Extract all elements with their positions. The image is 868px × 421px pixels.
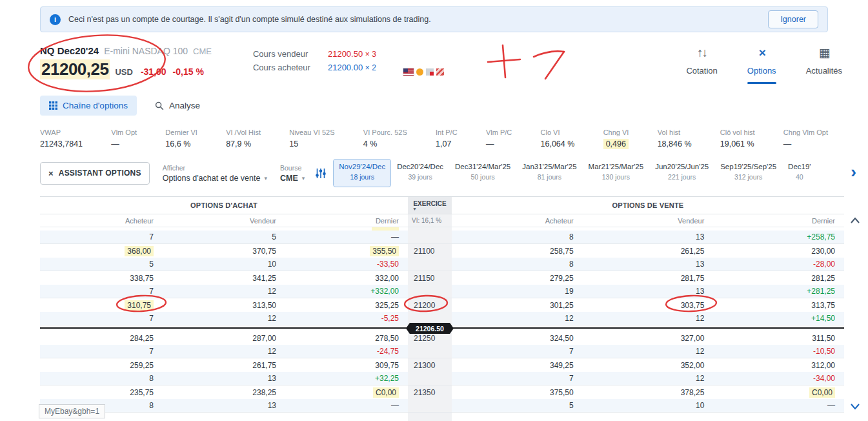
col-header-put-dernier[interactable]: Dernier (713, 214, 844, 227)
put-bid-size: 7 (452, 347, 583, 356)
expiry-label: Sep19'25/Sep'25 (720, 163, 776, 170)
expiry-tab[interactable]: Mar21'25/Mar'25130 jours (583, 159, 650, 187)
scroll-down-button[interactable] (851, 400, 860, 412)
exchange-dropdown[interactable]: Bourse CME ▾ (280, 164, 305, 183)
call-bid-price: 259,25 (40, 361, 163, 370)
nav-item-label: Cotation (686, 66, 717, 76)
call-change: -5,25 (285, 314, 408, 323)
option-row-21350[interactable]: 235,75238,25C0,0021350375,50378,25C0,008… (40, 385, 844, 413)
bid-ask-quotes: Cours vendeur 21200.50 × 3 Cours acheteu… (253, 49, 376, 76)
assistant-label: ASSISTANT OPTIONS (59, 169, 141, 178)
info-icon: i (50, 14, 61, 25)
put-ask-size: 13 (583, 232, 714, 241)
expiry-tab[interactable]: Jan31'25/Mar'2581 jours (516, 159, 582, 187)
tab-label: Chaîne d'options (63, 101, 128, 110)
put-ask-size: 12 (583, 374, 714, 383)
expiry-days: 312 jours (720, 173, 776, 181)
put-ask-price: 327,00 (583, 334, 714, 343)
col-header-put-vendeur[interactable]: Vendeur (583, 214, 714, 227)
call-ask-size: 10 (163, 260, 285, 269)
chevron-down-icon: ▾ (264, 175, 267, 181)
nav-item-options[interactable]: ×Options (747, 46, 776, 84)
tab-chaine-options[interactable]: Chaîne d'options (40, 96, 137, 116)
call-ask-size: 13 (163, 374, 285, 383)
expiry-tab[interactable]: Dec19'40 (782, 159, 816, 187)
crossed-arrows-icon: × (759, 46, 765, 61)
currency: USD (115, 67, 132, 77)
stat-value: — (486, 139, 512, 149)
option-row-21150[interactable]: 338,75341,25332,0021150279,25281,75281,2… (40, 271, 844, 298)
expiry-days: 221 jours (655, 173, 709, 181)
banner-text: Ceci n'est pas un compte de courtage. Il… (68, 15, 431, 24)
call-ask-price: 341,25 (163, 274, 285, 283)
put-ask-size: 10 (583, 401, 714, 410)
call-bid-price: 338,75 (40, 274, 163, 283)
option-rows: 75—813+258,75368,00370,75355,5021100258,… (40, 227, 844, 421)
instrument-exchange: CME (193, 46, 212, 56)
options-assistant-button[interactable]: × ASSISTANT OPTIONS (40, 162, 150, 185)
bid-price: 21200.00 (328, 63, 363, 72)
call-bid-price: 284,25 (40, 334, 163, 343)
table-group-header: OPTIONS D'ACHAT EXERCICE ▼ OPTIONS DE VE… (40, 197, 844, 214)
expiry-tab[interactable]: Sep19'25/Sep'25312 jours (714, 159, 782, 187)
call-ask-price: 238,25 (163, 387, 285, 398)
expiry-tab[interactable]: Jun20'25/Jun'25221 jours (649, 159, 714, 187)
table-column-headers: Acheteur Vendeur Dernier VI: 16,1 % Ache… (40, 214, 844, 227)
put-ask-price: 303,75 (583, 301, 714, 310)
partial-price-highlight (372, 227, 399, 231)
col-header-call-vendeur[interactable]: Vendeur (163, 214, 285, 227)
stat-vlm-p-c: Vlm P/C— (486, 128, 512, 149)
nav-item-actualits[interactable]: ▦Actualités (806, 46, 842, 84)
nav-item-cotation[interactable]: ↑↓Cotation (686, 46, 717, 84)
col-header-put-acheteur[interactable]: Acheteur (452, 214, 583, 227)
strike-cell (408, 345, 452, 358)
ask-quote: 21200.50 × 3 (328, 49, 376, 59)
col-header-call-dernier[interactable]: Dernier (285, 214, 408, 227)
stat-label: Dernier VI (165, 128, 197, 136)
call-ask-size: 12 (163, 314, 285, 323)
instrument-description: E-mini NASDAQ 100 (104, 46, 188, 56)
tab-analyse[interactable]: Analyse (146, 96, 209, 116)
put-bid-price: 324,50 (452, 334, 583, 343)
chevron-right-icon[interactable]: › (848, 162, 856, 181)
option-row-21200[interactable]: 310,75313,50325,2521200301,25303,75313,7… (40, 298, 844, 325)
call-ask-price: 261,75 (163, 361, 285, 370)
stat-label: Chng Vlm Opt (783, 128, 828, 136)
col-header-call-acheteur[interactable]: Acheteur (40, 214, 163, 227)
stat-label: VI /Vol Hist (226, 128, 261, 136)
expiry-label: Mar21'25/Mar'25 (589, 163, 644, 170)
calls-section-header: OPTIONS D'ACHAT (40, 197, 408, 214)
put-ask-price: 281,75 (583, 274, 714, 283)
stat-value: 21243,7841 (40, 139, 83, 149)
expiry-tab[interactable]: Nov29'24/Dec18 jours (333, 159, 391, 187)
option-row-21250[interactable]: 284,25287,00278,5021250324,50327,00311,5… (40, 331, 844, 358)
expiry-days: 39 jours (397, 173, 443, 181)
expiry-tab[interactable]: Dec31'24/Mar'2550 jours (449, 159, 516, 187)
red-market-icon (436, 68, 444, 76)
stat-label: Vlm P/C (486, 128, 512, 136)
option-row-partial[interactable]: 75—813+258,75 (40, 227, 844, 244)
option-row-21100[interactable]: 368,00370,75355,5021100258,75261,25230,0… (40, 244, 844, 271)
puts-section-header: OPTIONS DE VENTE (452, 197, 844, 214)
display-dropdown-label: Afficher (163, 164, 267, 172)
filter-button[interactable] (315, 168, 327, 179)
ignore-button[interactable]: Ignorer (768, 10, 818, 28)
instrument-info: NQ Dec20'24 E-mini NASDAQ 100 CME 21200,… (40, 45, 212, 79)
expiry-days: 81 jours (522, 173, 576, 181)
call-ask-size: 13 (163, 401, 285, 410)
display-dropdown[interactable]: Afficher Options d'achat et de vente ▾ (163, 164, 267, 183)
expiry-tab[interactable]: Dec20'24/Dec39 jours (391, 159, 449, 187)
grid-icon (49, 101, 57, 110)
put-bid-price: 258,75 (452, 247, 583, 256)
bid-quote: 21200.00 × 2 (328, 63, 376, 72)
sort-desc-icon: ▼ (412, 207, 417, 211)
call-last-price: 309,75 (285, 361, 408, 370)
scroll-up-button[interactable] (851, 214, 860, 226)
put-last-price: 313,75 (713, 301, 844, 310)
bid-label: Cours acheteur (253, 63, 320, 72)
strike-column-header[interactable]: EXERCICE ▼ (408, 197, 452, 214)
option-row-21300[interactable]: 259,25261,75309,7521300349,25352,00312,0… (40, 358, 844, 385)
put-last-price: 281,25 (713, 274, 844, 283)
stat-value: 4 % (363, 139, 407, 149)
stat-label: Niveau VI 52S (289, 128, 334, 136)
